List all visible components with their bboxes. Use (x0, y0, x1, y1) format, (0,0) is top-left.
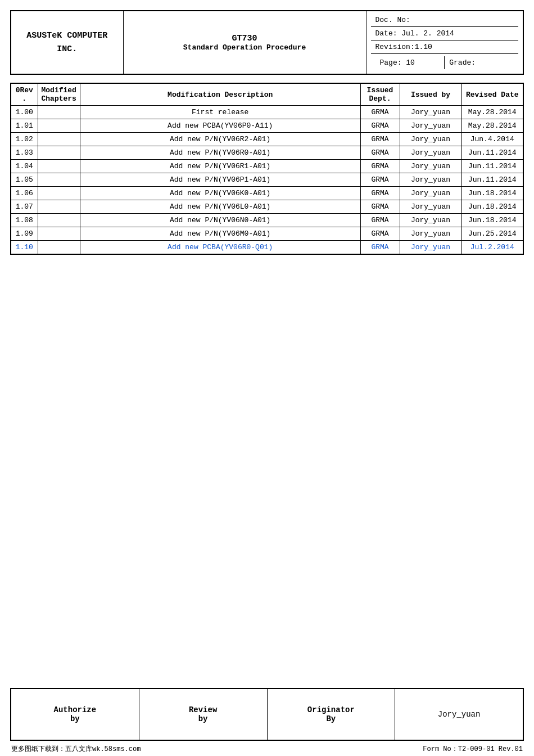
table-cell: Jun.25.2014 (461, 227, 523, 241)
table-cell: GRMA (360, 241, 400, 255)
table-row: 1.00First releaseGRMAJory_yuanMay.28.201… (11, 106, 523, 119)
col-header-issuedby: Issued by (400, 83, 461, 106)
table-cell: 1.01 (11, 119, 38, 133)
table-cell: Add new P/N(YV06K0-A01) (80, 187, 360, 200)
table-cell: 1.06 (11, 187, 38, 200)
table-cell: GRMA (360, 160, 400, 173)
col-header-chapters: ModifiedChapters (38, 83, 80, 106)
page-wrapper: ASUSTeK COMPUTER INC. GT730 Standard Ope… (0, 0, 534, 756)
table-cell: GRMA (360, 146, 400, 160)
page-label: Page: 10 (380, 58, 415, 67)
revision-tbody: 1.00First releaseGRMAJory_yuanMay.28.201… (11, 106, 523, 255)
table-cell: GRMA (360, 214, 400, 227)
col-header-dept: IssuedDept. (360, 83, 400, 106)
doc-title-cell: GT730 Standard Operation Procedure (123, 11, 366, 74)
table-cell: Jory_yuan (400, 146, 461, 160)
table-cell: 1.07 (11, 200, 38, 214)
review-label: Review by (189, 705, 217, 723)
table-row: 1.06Add new P/N(YV06K0-A01)GRMAJory_yuan… (11, 187, 523, 200)
table-cell: First release (80, 106, 360, 119)
table-cell: 1.09 (11, 227, 38, 241)
table-cell: GRMA (360, 200, 400, 214)
table-cell: Jory_yuan (400, 106, 461, 119)
table-cell: Jun.11.2014 (461, 173, 523, 187)
table-cell: Add new P/N(YV06M0-A01) (80, 227, 360, 241)
revision-table: 0Rev. ModifiedChapters Modification Desc… (10, 83, 524, 255)
table-cell: Add new P/N(YV06R0-A01) (80, 146, 360, 160)
table-cell: 1.03 (11, 146, 38, 160)
table-row: 1.03Add new P/N(YV06R0-A01)GRMAJory_yuan… (11, 146, 523, 160)
table-cell (38, 227, 80, 241)
empty-space (10, 471, 524, 688)
table-cell: Jun.11.2014 (461, 146, 523, 160)
table-row: 1.09Add new P/N(YV06M0-A01)GRMAJory_yuan… (11, 227, 523, 241)
table-cell (38, 160, 80, 173)
doc-date: Date: Jul. 2. 2014 (375, 29, 454, 38)
doc-revision: Revision:1.10 (375, 43, 432, 51)
table-cell: Jory_yuan (400, 241, 461, 255)
col-header-rev: 0Rev. (11, 83, 38, 106)
table-cell: Jory_yuan (400, 214, 461, 227)
table-row: 1.02Add new P/N(YV06R2-A01)GRMAJory_yuan… (11, 133, 523, 146)
table-cell: Jory_yuan (400, 173, 461, 187)
table-cell: GRMA (360, 227, 400, 241)
originator-label: Originator By (307, 705, 355, 723)
table-cell: Jul.2.2014 (461, 241, 523, 255)
table-row: 1.05Add new P/N(YV06P1-A01)GRMAJory_yuan… (11, 173, 523, 187)
page-info: Page: 10 (375, 56, 445, 69)
table-cell (38, 106, 80, 119)
table-cell: GRMA (360, 133, 400, 146)
table-cell: GRMA (360, 187, 400, 200)
col-header-revdate: Revised Date (461, 83, 523, 106)
table-cell: Jory_yuan (400, 160, 461, 173)
table-cell (38, 119, 80, 133)
main-content: 0Rev. ModifiedChapters Modification Desc… (10, 83, 524, 471)
table-cell: Add new P/N(YV06R2-A01) (80, 133, 360, 146)
bottom-right: Form No：T2-009-01 Rev.01 (423, 744, 523, 754)
doc-info-cell: Doc. No: Date: Jul. 2. 2014 Revision:1.1… (366, 11, 523, 74)
table-cell: Jory_yuan (400, 187, 461, 200)
table-cell: GRMA (360, 119, 400, 133)
originator-value: Jory_yuan (438, 710, 481, 719)
footer-section: Authorize by Review by Originator By Jor… (10, 688, 524, 741)
company-name: ASUSTeK COMPUTER INC. (26, 31, 107, 54)
bottom-bar: 更多图纸下载到：五八文库wk.58sms.com Form No：T2-009-… (10, 741, 524, 756)
table-cell: GRMA (360, 173, 400, 187)
table-cell: May.28.2014 (461, 106, 523, 119)
date-row: Date: Jul. 2. 2014 (371, 27, 519, 40)
page-grade-row: Page: 10 Grade: (371, 54, 519, 71)
table-row: 1.10Add new PCBA(YV06R0-Q01)GRMAJory_yua… (11, 241, 523, 255)
footer-originator: Originator By (268, 689, 396, 740)
table-cell: Add new P/N(YV06R1-A01) (80, 160, 360, 173)
footer-originator-value: Jory_yuan (395, 689, 523, 740)
table-cell: Jun.11.2014 (461, 160, 523, 173)
doc-info-inner: Doc. No: Date: Jul. 2. 2014 Revision:1.1… (371, 14, 519, 71)
table-cell: 1.05 (11, 173, 38, 187)
table-cell: Jun.18.2014 (461, 200, 523, 214)
table-cell: 1.08 (11, 214, 38, 227)
table-cell: Add new P/N(YV06L0-A01) (80, 200, 360, 214)
table-cell (38, 187, 80, 200)
table-cell: 1.02 (11, 133, 38, 146)
table-row: 1.07Add new P/N(YV06L0-A01)GRMAJory_yuan… (11, 200, 523, 214)
grade-label: Grade: (449, 58, 476, 67)
table-cell (38, 200, 80, 214)
table-cell: May.28.2014 (461, 119, 523, 133)
table-cell (38, 214, 80, 227)
table-cell: Add new PCBA(YV06P0-A11) (80, 119, 360, 133)
table-cell: Jun.18.2014 (461, 187, 523, 200)
grade-info: Grade: (445, 56, 514, 69)
table-cell: 1.00 (11, 106, 38, 119)
table-cell: Jory_yuan (400, 227, 461, 241)
table-cell (38, 146, 80, 160)
table-cell: Jory_yuan (400, 119, 461, 133)
doc-no-label: Doc. No: (375, 16, 410, 24)
table-row: 1.08Add new P/N(YV06N0-A01)GRMAJory_yuan… (11, 214, 523, 227)
table-cell (38, 133, 80, 146)
table-row: 1.01Add new PCBA(YV06P0-A11)GRMAJory_yua… (11, 119, 523, 133)
table-cell: 1.10 (11, 241, 38, 255)
col-header-desc: Modification Description (80, 83, 360, 106)
doc-no-row: Doc. No: (371, 14, 519, 27)
footer-review: Review by (139, 689, 268, 740)
doc-title: GT730 (128, 34, 361, 43)
